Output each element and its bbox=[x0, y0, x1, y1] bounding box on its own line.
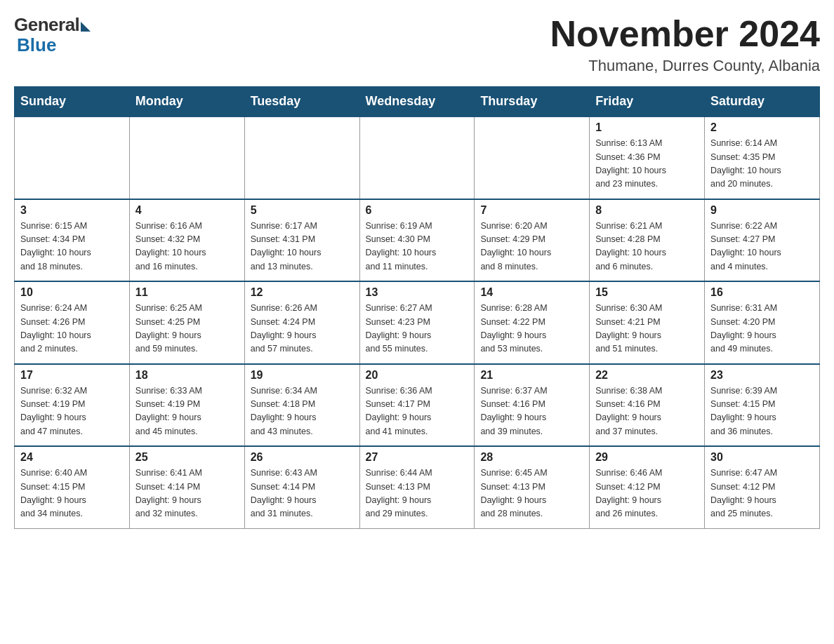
day-info: Sunrise: 6:21 AMSunset: 4:28 PMDaylight:… bbox=[595, 220, 699, 274]
day-number: 5 bbox=[251, 204, 354, 217]
day-number: 3 bbox=[20, 204, 124, 217]
weekday-header-wednesday: Wednesday bbox=[359, 87, 475, 117]
logo: General Blue bbox=[14, 14, 91, 56]
calendar-cell: 27Sunrise: 6:44 AMSunset: 4:13 PMDayligh… bbox=[359, 446, 475, 528]
day-number: 11 bbox=[135, 286, 239, 299]
calendar-cell bbox=[475, 116, 590, 199]
day-info: Sunrise: 6:13 AMSunset: 4:36 PMDaylight:… bbox=[595, 137, 699, 192]
month-title: November 2024 bbox=[550, 14, 820, 54]
day-number: 10 bbox=[20, 286, 124, 299]
day-info: Sunrise: 6:43 AMSunset: 4:14 PMDaylight:… bbox=[251, 467, 354, 521]
day-number: 9 bbox=[710, 204, 814, 217]
week-row-1: 1Sunrise: 6:13 AMSunset: 4:36 PMDaylight… bbox=[15, 116, 820, 199]
calendar-cell: 20Sunrise: 6:36 AMSunset: 4:17 PMDayligh… bbox=[359, 364, 475, 447]
week-row-2: 3Sunrise: 6:15 AMSunset: 4:34 PMDaylight… bbox=[15, 199, 820, 282]
day-info: Sunrise: 6:20 AMSunset: 4:29 PMDaylight:… bbox=[480, 220, 583, 274]
calendar-cell: 7Sunrise: 6:20 AMSunset: 4:29 PMDaylight… bbox=[475, 199, 590, 282]
day-number: 24 bbox=[20, 451, 124, 464]
weekday-header-monday: Monday bbox=[129, 87, 244, 117]
page-header: General Blue November 2024 Thumane, Durr… bbox=[14, 14, 820, 75]
day-info: Sunrise: 6:46 AMSunset: 4:12 PMDaylight:… bbox=[595, 467, 699, 521]
weekday-header-sunday: Sunday bbox=[15, 87, 130, 117]
day-number: 1 bbox=[595, 121, 699, 134]
day-info: Sunrise: 6:31 AMSunset: 4:20 PMDaylight:… bbox=[710, 302, 814, 356]
day-number: 30 bbox=[710, 451, 814, 464]
calendar-cell: 3Sunrise: 6:15 AMSunset: 4:34 PMDaylight… bbox=[15, 199, 130, 282]
day-info: Sunrise: 6:45 AMSunset: 4:13 PMDaylight:… bbox=[480, 467, 583, 521]
calendar-cell: 18Sunrise: 6:33 AMSunset: 4:19 PMDayligh… bbox=[129, 364, 244, 447]
day-info: Sunrise: 6:15 AMSunset: 4:34 PMDaylight:… bbox=[20, 220, 124, 274]
calendar-cell: 30Sunrise: 6:47 AMSunset: 4:12 PMDayligh… bbox=[705, 446, 820, 528]
logo-arrow-icon bbox=[81, 22, 91, 32]
day-info: Sunrise: 6:17 AMSunset: 4:31 PMDaylight:… bbox=[251, 220, 354, 274]
day-info: Sunrise: 6:25 AMSunset: 4:25 PMDaylight:… bbox=[135, 302, 239, 356]
calendar-cell bbox=[15, 116, 130, 199]
day-number: 19 bbox=[251, 369, 354, 382]
weekday-header-saturday: Saturday bbox=[705, 87, 820, 117]
day-number: 25 bbox=[135, 451, 239, 464]
day-number: 4 bbox=[135, 204, 239, 217]
calendar-cell: 29Sunrise: 6:46 AMSunset: 4:12 PMDayligh… bbox=[590, 446, 705, 528]
day-number: 29 bbox=[595, 451, 699, 464]
calendar-cell: 4Sunrise: 6:16 AMSunset: 4:32 PMDaylight… bbox=[129, 199, 244, 282]
day-info: Sunrise: 6:16 AMSunset: 4:32 PMDaylight:… bbox=[135, 220, 239, 274]
week-row-4: 17Sunrise: 6:32 AMSunset: 4:19 PMDayligh… bbox=[15, 364, 820, 447]
calendar-cell bbox=[129, 116, 244, 199]
calendar-cell: 25Sunrise: 6:41 AMSunset: 4:14 PMDayligh… bbox=[129, 446, 244, 528]
calendar-cell: 8Sunrise: 6:21 AMSunset: 4:28 PMDaylight… bbox=[590, 199, 705, 282]
title-block: November 2024 Thumane, Durres County, Al… bbox=[550, 14, 820, 75]
day-number: 13 bbox=[366, 286, 469, 299]
calendar-cell: 2Sunrise: 6:14 AMSunset: 4:35 PMDaylight… bbox=[705, 116, 820, 199]
day-number: 27 bbox=[366, 451, 469, 464]
calendar-cell: 11Sunrise: 6:25 AMSunset: 4:25 PMDayligh… bbox=[129, 281, 244, 364]
day-info: Sunrise: 6:44 AMSunset: 4:13 PMDaylight:… bbox=[366, 467, 469, 521]
calendar-cell: 1Sunrise: 6:13 AMSunset: 4:36 PMDaylight… bbox=[590, 116, 705, 199]
day-info: Sunrise: 6:19 AMSunset: 4:30 PMDaylight:… bbox=[366, 220, 469, 274]
day-number: 15 bbox=[595, 286, 699, 299]
weekday-header-friday: Friday bbox=[590, 87, 705, 117]
weekday-header-tuesday: Tuesday bbox=[244, 87, 359, 117]
weekday-header-thursday: Thursday bbox=[475, 87, 590, 117]
calendar-cell: 22Sunrise: 6:38 AMSunset: 4:16 PMDayligh… bbox=[590, 364, 705, 447]
calendar-cell: 21Sunrise: 6:37 AMSunset: 4:16 PMDayligh… bbox=[475, 364, 590, 447]
calendar-cell: 5Sunrise: 6:17 AMSunset: 4:31 PMDaylight… bbox=[244, 199, 359, 282]
logo-blue-text: Blue bbox=[17, 34, 56, 56]
day-number: 8 bbox=[595, 204, 699, 217]
day-info: Sunrise: 6:32 AMSunset: 4:19 PMDaylight:… bbox=[20, 384, 124, 439]
calendar-cell: 19Sunrise: 6:34 AMSunset: 4:18 PMDayligh… bbox=[244, 364, 359, 447]
day-info: Sunrise: 6:40 AMSunset: 4:15 PMDaylight:… bbox=[20, 467, 124, 521]
day-info: Sunrise: 6:28 AMSunset: 4:22 PMDaylight:… bbox=[480, 302, 583, 356]
day-info: Sunrise: 6:22 AMSunset: 4:27 PMDaylight:… bbox=[710, 220, 814, 274]
calendar-cell: 16Sunrise: 6:31 AMSunset: 4:20 PMDayligh… bbox=[705, 281, 820, 364]
day-number: 20 bbox=[366, 369, 469, 382]
day-info: Sunrise: 6:37 AMSunset: 4:16 PMDaylight:… bbox=[480, 384, 583, 439]
day-number: 6 bbox=[366, 204, 469, 217]
calendar-cell bbox=[359, 116, 475, 199]
day-number: 17 bbox=[20, 369, 124, 382]
calendar-cell: 24Sunrise: 6:40 AMSunset: 4:15 PMDayligh… bbox=[15, 446, 130, 528]
calendar-cell: 15Sunrise: 6:30 AMSunset: 4:21 PMDayligh… bbox=[590, 281, 705, 364]
weekday-header-row: SundayMondayTuesdayWednesdayThursdayFrid… bbox=[15, 87, 820, 117]
day-info: Sunrise: 6:30 AMSunset: 4:21 PMDaylight:… bbox=[595, 302, 699, 356]
calendar-cell: 12Sunrise: 6:26 AMSunset: 4:24 PMDayligh… bbox=[244, 281, 359, 364]
day-info: Sunrise: 6:26 AMSunset: 4:24 PMDaylight:… bbox=[251, 302, 354, 356]
day-number: 22 bbox=[595, 369, 699, 382]
week-row-3: 10Sunrise: 6:24 AMSunset: 4:26 PMDayligh… bbox=[15, 281, 820, 364]
calendar-cell bbox=[244, 116, 359, 199]
day-number: 7 bbox=[480, 204, 583, 217]
location-title: Thumane, Durres County, Albania bbox=[550, 57, 820, 75]
calendar-table: SundayMondayTuesdayWednesdayThursdayFrid… bbox=[14, 86, 820, 529]
day-info: Sunrise: 6:38 AMSunset: 4:16 PMDaylight:… bbox=[595, 384, 699, 439]
calendar-cell: 28Sunrise: 6:45 AMSunset: 4:13 PMDayligh… bbox=[475, 446, 590, 528]
day-number: 18 bbox=[135, 369, 239, 382]
day-number: 26 bbox=[251, 451, 354, 464]
week-row-5: 24Sunrise: 6:40 AMSunset: 4:15 PMDayligh… bbox=[15, 446, 820, 528]
day-info: Sunrise: 6:34 AMSunset: 4:18 PMDaylight:… bbox=[251, 384, 354, 439]
day-number: 16 bbox=[710, 286, 814, 299]
day-number: 23 bbox=[710, 369, 814, 382]
calendar-cell: 6Sunrise: 6:19 AMSunset: 4:30 PMDaylight… bbox=[359, 199, 475, 282]
logo-general-text: General bbox=[14, 14, 79, 36]
calendar-cell: 13Sunrise: 6:27 AMSunset: 4:23 PMDayligh… bbox=[359, 281, 475, 364]
calendar-cell: 9Sunrise: 6:22 AMSunset: 4:27 PMDaylight… bbox=[705, 199, 820, 282]
day-info: Sunrise: 6:41 AMSunset: 4:14 PMDaylight:… bbox=[135, 467, 239, 521]
